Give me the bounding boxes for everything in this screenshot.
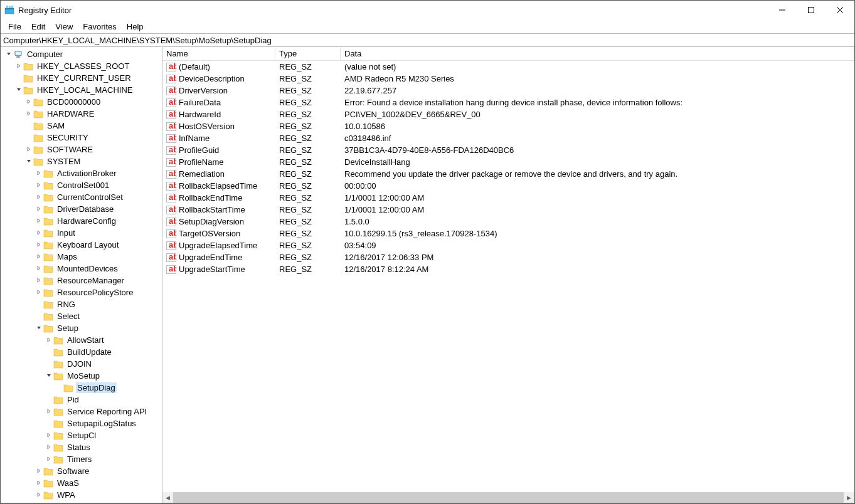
tree-item[interactable]: SYSTEM bbox=[1, 155, 162, 167]
chevron-right-icon[interactable] bbox=[35, 241, 43, 249]
chevron-right-icon[interactable] bbox=[35, 218, 43, 225]
address-bar[interactable]: Computer\HKEY_LOCAL_MACHINE\SYSTEM\Setup… bbox=[1, 33, 854, 47]
list-row[interactable]: TargetOSVersionREG_SZ10.0.16299.15 (rs3_… bbox=[162, 228, 854, 239]
scroll-thumb[interactable] bbox=[173, 492, 844, 503]
tree-item[interactable]: SetupDiag bbox=[1, 382, 162, 394]
tree-item[interactable]: HARDWARE bbox=[1, 108, 162, 120]
list-body[interactable]: (Default)REG_SZ(value not set)DeviceDesc… bbox=[162, 61, 854, 492]
tree-panel[interactable]: ComputerHKEY_CLASSES_ROOTHKEY_CURRENT_US… bbox=[1, 47, 162, 503]
tree-item[interactable]: SetupapiLogStatus bbox=[1, 417, 162, 429]
tree-item[interactable]: MoSetup bbox=[1, 370, 162, 382]
menu-help[interactable]: Help bbox=[122, 21, 149, 33]
chevron-right-icon[interactable] bbox=[35, 194, 43, 201]
list-row[interactable]: UpgradeStartTimeREG_SZ12/16/2017 8:12:24… bbox=[162, 263, 854, 275]
column-header-name[interactable]: Name bbox=[162, 47, 275, 60]
tree-item[interactable]: Computer bbox=[1, 48, 162, 60]
tree-item[interactable]: DJOIN bbox=[1, 358, 162, 370]
horizontal-scrollbar[interactable]: ◀ ▶ bbox=[162, 492, 854, 503]
tree-item[interactable]: DriverDatabase bbox=[1, 203, 162, 215]
tree-item[interactable]: SECURITY bbox=[1, 132, 162, 144]
tree-item[interactable]: Select bbox=[1, 310, 162, 322]
tree-item[interactable]: Setup bbox=[1, 322, 162, 334]
tree-item[interactable]: HKEY_USERS bbox=[1, 501, 162, 503]
chevron-right-icon[interactable] bbox=[35, 277, 43, 285]
tree-item[interactable]: Input bbox=[1, 227, 162, 239]
tree-item[interactable]: SetupCl bbox=[1, 429, 162, 441]
tree-item[interactable]: Status bbox=[1, 441, 162, 453]
tree-item[interactable]: ResourcePolicyStore bbox=[1, 286, 162, 298]
chevron-down-icon[interactable] bbox=[35, 325, 43, 332]
list-row[interactable]: RollbackElapsedTimeREG_SZ00:00:00 bbox=[162, 180, 854, 192]
chevron-right-icon[interactable] bbox=[35, 468, 43, 475]
title-bar[interactable]: Registry Editor bbox=[1, 1, 854, 19]
list-row[interactable]: RollbackStartTimeREG_SZ1/1/0001 12:00:00… bbox=[162, 204, 854, 216]
tree-item[interactable]: SAM bbox=[1, 120, 162, 132]
chevron-right-icon[interactable] bbox=[35, 480, 43, 487]
tree-item[interactable]: WPA bbox=[1, 489, 162, 501]
column-header-data[interactable]: Data bbox=[341, 47, 854, 60]
chevron-down-icon[interactable] bbox=[14, 87, 23, 94]
list-row[interactable]: HostOSVersionREG_SZ10.0.10586 bbox=[162, 120, 854, 132]
menu-file[interactable]: File bbox=[3, 21, 26, 33]
chevron-right-icon[interactable] bbox=[14, 63, 23, 70]
chevron-down-icon[interactable] bbox=[4, 51, 13, 58]
chevron-right-icon[interactable] bbox=[35, 265, 43, 273]
chevron-down-icon[interactable] bbox=[24, 158, 33, 165]
menu-view[interactable]: View bbox=[50, 21, 78, 33]
chevron-right-icon[interactable] bbox=[35, 253, 43, 261]
list-row[interactable]: RemediationREG_SZRecommend you update th… bbox=[162, 168, 854, 180]
menu-favorites[interactable]: Favorites bbox=[78, 21, 121, 33]
tree-item[interactable]: HKEY_LOCAL_MACHINE bbox=[1, 84, 162, 96]
list-row[interactable]: SetupDiagVersionREG_SZ1.5.0.0 bbox=[162, 216, 854, 228]
tree-item[interactable]: WaaS bbox=[1, 477, 162, 489]
chevron-right-icon[interactable] bbox=[45, 408, 53, 416]
tree-item[interactable]: Keyboard Layout bbox=[1, 239, 162, 251]
list-row[interactable]: FailureDataREG_SZError: Found a device i… bbox=[162, 97, 854, 108]
list-row[interactable]: HardwareIdREG_SZPCI\VEN_1002&DEV_6665&RE… bbox=[162, 108, 854, 120]
tree-item[interactable]: ActivationBroker bbox=[1, 167, 162, 179]
list-row[interactable]: UpgradeEndTimeREG_SZ12/16/2017 12:06:33 … bbox=[162, 251, 854, 263]
list-row[interactable]: InfNameREG_SZc0318486.inf bbox=[162, 132, 854, 144]
column-header-type[interactable]: Type bbox=[275, 47, 341, 60]
tree-item[interactable]: MountedDevices bbox=[1, 263, 162, 275]
tree-item[interactable]: Pid bbox=[1, 394, 162, 406]
tree-item[interactable]: ResourceManager bbox=[1, 275, 162, 286]
tree-item[interactable]: Software bbox=[1, 465, 162, 477]
scroll-right-icon[interactable]: ▶ bbox=[844, 492, 854, 503]
tree-item[interactable]: ControlSet001 bbox=[1, 179, 162, 191]
tree-item[interactable]: Service Reporting API bbox=[1, 406, 162, 417]
chevron-right-icon[interactable] bbox=[35, 182, 43, 189]
list-row[interactable]: UpgradeElapsedTimeREG_SZ03:54:09 bbox=[162, 239, 854, 251]
minimize-button[interactable] bbox=[768, 1, 797, 19]
chevron-right-icon[interactable] bbox=[45, 444, 53, 451]
chevron-right-icon[interactable] bbox=[45, 337, 53, 344]
list-row[interactable]: DeviceDescriptionREG_SZAMD Radeon R5 M23… bbox=[162, 73, 854, 85]
maximize-button[interactable] bbox=[797, 1, 826, 19]
tree-item[interactable]: HKEY_CLASSES_ROOT bbox=[1, 60, 162, 72]
tree-item[interactable]: BCD00000000 bbox=[1, 96, 162, 108]
chevron-right-icon[interactable] bbox=[45, 456, 53, 463]
list-row[interactable]: ProfileNameREG_SZDeviceInstallHang bbox=[162, 156, 854, 168]
chevron-right-icon[interactable] bbox=[24, 110, 33, 118]
chevron-right-icon[interactable] bbox=[35, 206, 43, 213]
tree-item[interactable]: Maps bbox=[1, 251, 162, 263]
scroll-left-icon[interactable]: ◀ bbox=[162, 492, 173, 503]
chevron-right-icon[interactable] bbox=[24, 146, 33, 154]
list-row[interactable]: (Default)REG_SZ(value not set) bbox=[162, 61, 854, 73]
list-row[interactable]: ProfileGuidREG_SZ37BB1C3A-4D79-40E8-A556… bbox=[162, 144, 854, 156]
tree-item[interactable]: Timers bbox=[1, 453, 162, 465]
chevron-right-icon[interactable] bbox=[24, 98, 33, 106]
chevron-right-icon[interactable] bbox=[35, 170, 43, 177]
tree-item[interactable]: HKEY_CURRENT_USER bbox=[1, 72, 162, 84]
tree-item[interactable]: HardwareConfig bbox=[1, 215, 162, 227]
tree-item[interactable]: AllowStart bbox=[1, 334, 162, 346]
tree-item[interactable]: RNG bbox=[1, 298, 162, 310]
chevron-down-icon[interactable] bbox=[45, 372, 53, 380]
menu-edit[interactable]: Edit bbox=[26, 21, 50, 33]
chevron-right-icon[interactable] bbox=[45, 432, 53, 439]
chevron-right-icon[interactable] bbox=[35, 229, 43, 237]
chevron-right-icon[interactable] bbox=[35, 491, 43, 499]
tree-item[interactable]: BuildUpdate bbox=[1, 346, 162, 358]
list-row[interactable]: RollbackEndTimeREG_SZ1/1/0001 12:00:00 A… bbox=[162, 192, 854, 204]
chevron-right-icon[interactable] bbox=[35, 289, 43, 297]
